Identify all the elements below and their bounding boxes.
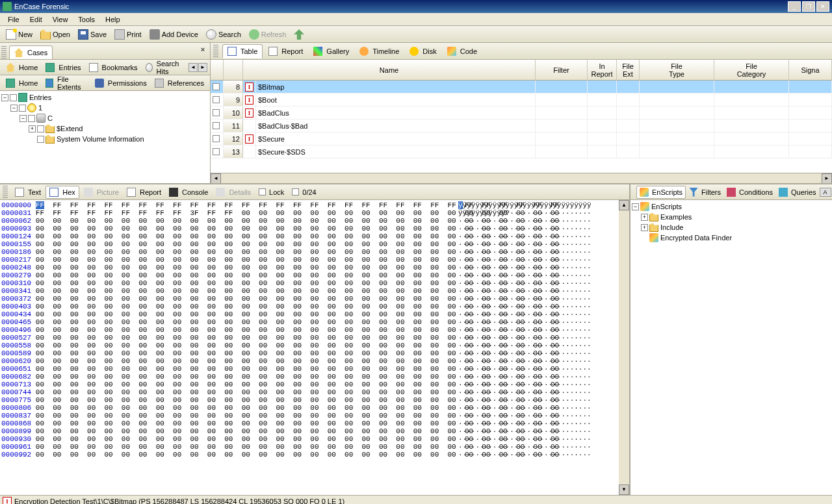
grip-icon[interactable] <box>1 46 6 59</box>
col-check[interactable] <box>211 60 224 80</box>
script-item-edf[interactable]: Encrypted Data Finder <box>632 233 831 243</box>
tree-item-entries[interactable]: −Entries <box>1 92 209 103</box>
open-button[interactable]: Open <box>37 28 73 41</box>
tab-enscripts[interactable]: EnScripts <box>636 186 686 199</box>
app-icon <box>3 2 12 11</box>
up-arrow-button[interactable] <box>291 28 307 41</box>
col-filter[interactable]: Filter <box>536 60 588 80</box>
gallery-icon <box>313 47 322 56</box>
col-name[interactable]: Name <box>243 60 536 80</box>
col-file-type[interactable]: File Type <box>640 60 714 80</box>
tree-item-1[interactable]: −1 <box>1 103 209 113</box>
col-in-report[interactable]: In Report <box>588 60 617 80</box>
tab-code[interactable]: Code <box>443 45 482 58</box>
script-item-examples[interactable]: +Examples <box>632 212 831 222</box>
tree-item-c[interactable]: −C <box>1 113 209 123</box>
scroll-down-button[interactable]: ▼ <box>619 485 629 495</box>
tab-report-bottom[interactable]: Report <box>124 186 164 198</box>
open-icon <box>40 29 51 40</box>
tab-picture[interactable]: Picture <box>81 186 122 198</box>
table-body[interactable]: 8I$Bitmap9I$Boot10I$BadClus11$BadClus·$B… <box>211 81 832 173</box>
col-signature[interactable]: Signa <box>789 60 832 80</box>
tab-report[interactable]: Report <box>264 45 307 58</box>
save-button[interactable]: Save <box>75 28 110 41</box>
subtab2-permissions[interactable]: Permissions <box>92 77 150 89</box>
conditions-icon <box>727 188 736 197</box>
file-extents-icon <box>46 79 53 88</box>
subtab2-file-extents[interactable]: File Extents <box>42 74 90 92</box>
col-file-category[interactable]: File Category <box>714 60 789 80</box>
left-subtabs-1: Home Entries Bookmarks Search Hits ◄ ► <box>0 60 210 75</box>
tree-item-extend[interactable]: +$Extend <box>1 123 209 134</box>
menu-help[interactable]: Help <box>100 14 125 25</box>
col-file-ext[interactable]: File Ext <box>617 60 640 80</box>
table-row[interactable]: 9I$Boot <box>211 94 832 107</box>
save-icon <box>78 29 88 40</box>
hex-view[interactable]: 0000000 FF FF FF FF FF FF FF FF FF FF FF… <box>0 200 619 495</box>
tab-details[interactable]: Details <box>213 186 254 198</box>
arrow-up-icon <box>294 29 304 40</box>
menu-view[interactable]: View <box>47 14 73 25</box>
counter-display[interactable]: 0/24 <box>289 187 319 197</box>
timeline-icon <box>359 47 369 56</box>
script-item-include[interactable]: +Include <box>632 222 831 233</box>
tree-item-svi[interactable]: System Volume Information <box>1 134 209 144</box>
restore-button[interactable]: ❐ <box>802 1 815 12</box>
grip-icon[interactable] <box>3 186 8 199</box>
subtab-home[interactable]: Home <box>3 62 41 73</box>
minimize-button[interactable]: _ <box>788 1 801 12</box>
menu-tools[interactable]: Tools <box>73 14 100 25</box>
tab-conditions[interactable]: Conditions <box>724 186 775 198</box>
print-button[interactable]: Print <box>111 28 145 41</box>
scroll-right-button[interactable]: ► <box>822 173 832 183</box>
table-row[interactable]: 10I$BadClus <box>211 107 832 120</box>
scroll-up-button[interactable]: ▲ <box>619 200 629 210</box>
tab-disk[interactable]: Disk <box>405 45 441 58</box>
table-row[interactable]: 13$Secure·$SDS <box>211 145 832 158</box>
subtab-entries[interactable]: Entries <box>42 62 84 73</box>
folder-icon <box>649 212 658 221</box>
tab-queries[interactable]: Queries <box>776 186 819 198</box>
menu-edit[interactable]: Edit <box>25 14 47 25</box>
tab-timeline[interactable]: Timeline <box>355 45 404 58</box>
tab-gallery[interactable]: Gallery <box>309 45 354 58</box>
case-tree[interactable]: −Entries −1 −C +$Extend System Volume In… <box>0 91 210 183</box>
col-num[interactable] <box>224 60 243 80</box>
subtab2-references[interactable]: References <box>151 77 207 89</box>
table-row[interactable]: 12I$Secure <box>211 132 832 145</box>
text-size-button[interactable]: A <box>820 188 831 197</box>
search-button[interactable]: Search <box>203 28 244 41</box>
scroll-left-button[interactable]: ◄ <box>211 173 221 183</box>
lock-checkbox[interactable]: Lock <box>255 187 287 197</box>
tab-filters[interactable]: Filters <box>686 186 723 198</box>
script-item-root[interactable]: −EnScripts <box>632 201 831 212</box>
tab-hex[interactable]: Hex <box>46 186 79 199</box>
script-tabs: EnScripts Filters Conditions Queries A ◄… <box>630 184 832 200</box>
close-panel-button[interactable]: × <box>198 45 207 55</box>
add-device-button[interactable]: Add Device <box>146 28 202 41</box>
hex-vertical-scrollbar[interactable]: ▲ ▼ <box>619 200 629 495</box>
menu-file[interactable]: File <box>3 14 25 25</box>
refresh-button[interactable]: Refresh <box>246 28 290 41</box>
subtab-search-hits[interactable]: Search Hits <box>142 58 187 77</box>
grip-icon[interactable] <box>213 45 218 58</box>
nav-prev-button[interactable]: ◄ <box>188 63 198 72</box>
code-icon <box>447 47 456 56</box>
tab-table[interactable]: Table <box>222 44 263 58</box>
subtab-bookmarks[interactable]: Bookmarks <box>86 62 141 73</box>
tab-cases[interactable]: Cases <box>9 45 53 59</box>
tab-text[interactable]: Text <box>12 186 44 198</box>
new-button[interactable]: New <box>3 28 36 41</box>
subtab2-home[interactable]: Home <box>3 77 41 89</box>
tab-console[interactable]: Console <box>166 186 211 198</box>
table-row[interactable]: 8I$Bitmap <box>211 81 832 94</box>
script-tree[interactable]: −EnScripts +Examples +Include Encrypted … <box>630 200 832 495</box>
horizontal-scrollbar[interactable]: ◄ ► <box>211 173 832 183</box>
table-row[interactable]: 11$BadClus·$Bad <box>211 120 832 132</box>
close-button[interactable]: ✕ <box>816 1 829 12</box>
text-icon <box>15 188 24 197</box>
table-header: Name Filter In Report File Ext File Type… <box>211 60 832 81</box>
status-text: Encryption Detection Test\1\C\$Bitmap (P… <box>14 498 344 505</box>
table-icon <box>228 47 237 56</box>
nav-next-button[interactable]: ► <box>198 63 207 72</box>
